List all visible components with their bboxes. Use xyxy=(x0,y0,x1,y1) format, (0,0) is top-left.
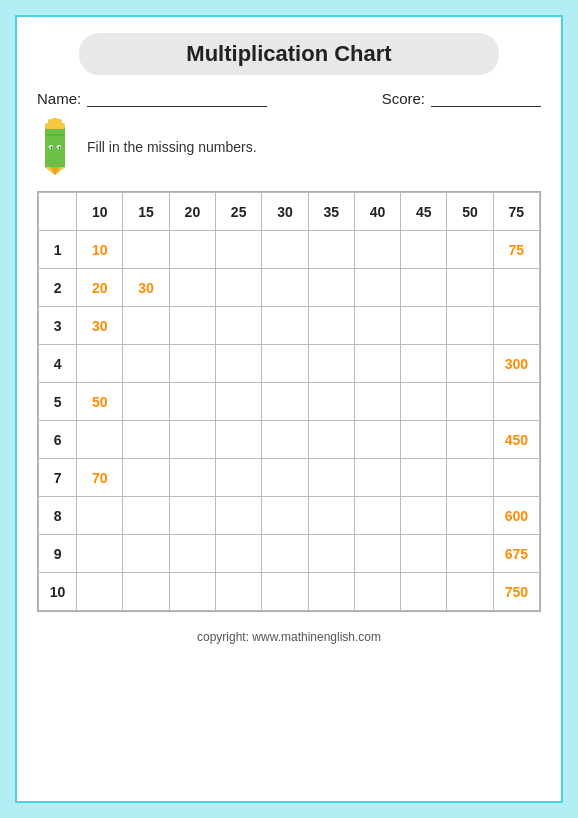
table-cell[interactable] xyxy=(447,573,493,611)
table-cell[interactable] xyxy=(447,535,493,573)
table-cell[interactable] xyxy=(447,345,493,383)
table-cell[interactable] xyxy=(308,231,354,269)
table-cell[interactable] xyxy=(262,269,308,307)
table-cell[interactable] xyxy=(77,345,123,383)
table-cell[interactable] xyxy=(262,421,308,459)
svg-point-10 xyxy=(51,118,59,122)
table-cell[interactable] xyxy=(123,231,169,269)
table-cell[interactable] xyxy=(123,459,169,497)
table-cell[interactable] xyxy=(401,345,447,383)
table-cell[interactable] xyxy=(169,573,215,611)
row-header-9: 9 xyxy=(39,535,77,573)
table-cell[interactable] xyxy=(308,383,354,421)
table-cell[interactable] xyxy=(308,573,354,611)
table-cell[interactable] xyxy=(262,383,308,421)
table-cell[interactable] xyxy=(354,459,400,497)
table-cell[interactable] xyxy=(77,497,123,535)
table-cell[interactable] xyxy=(354,535,400,573)
table-cell: 750 xyxy=(493,573,539,611)
table-cell[interactable] xyxy=(308,497,354,535)
table-cell[interactable] xyxy=(354,269,400,307)
table-cell[interactable] xyxy=(401,383,447,421)
table-cell[interactable] xyxy=(401,497,447,535)
score-field[interactable] xyxy=(431,89,541,107)
table-cell[interactable] xyxy=(123,497,169,535)
table-cell[interactable] xyxy=(493,269,539,307)
table-cell[interactable] xyxy=(262,459,308,497)
table-cell[interactable] xyxy=(354,421,400,459)
table-cell[interactable] xyxy=(401,231,447,269)
name-score-row: Name: Score: xyxy=(37,89,541,107)
pencil-icon xyxy=(37,117,73,177)
table-cell[interactable] xyxy=(354,231,400,269)
table-cell[interactable] xyxy=(447,383,493,421)
table-cell[interactable] xyxy=(447,269,493,307)
table-cell[interactable] xyxy=(262,573,308,611)
table-cell[interactable] xyxy=(262,231,308,269)
table-cell[interactable] xyxy=(354,383,400,421)
table-cell[interactable] xyxy=(216,573,262,611)
table-cell[interactable] xyxy=(169,421,215,459)
table-cell[interactable] xyxy=(308,535,354,573)
table-cell[interactable] xyxy=(401,459,447,497)
table-cell[interactable] xyxy=(447,421,493,459)
table-cell[interactable] xyxy=(216,345,262,383)
table-cell[interactable] xyxy=(401,307,447,345)
table-cell[interactable] xyxy=(308,345,354,383)
table-cell[interactable] xyxy=(493,383,539,421)
table-cell[interactable] xyxy=(123,383,169,421)
table-cell[interactable] xyxy=(354,497,400,535)
table-cell[interactable] xyxy=(123,421,169,459)
table-cell[interactable] xyxy=(77,421,123,459)
table-cell[interactable] xyxy=(354,345,400,383)
table-cell[interactable] xyxy=(216,231,262,269)
table-cell[interactable] xyxy=(493,307,539,345)
col-header-20: 20 xyxy=(169,193,215,231)
table-cell[interactable] xyxy=(216,421,262,459)
table-cell[interactable] xyxy=(216,307,262,345)
table-cell[interactable] xyxy=(216,459,262,497)
table-cell[interactable] xyxy=(401,269,447,307)
table-cell[interactable] xyxy=(308,269,354,307)
table-cell[interactable] xyxy=(447,497,493,535)
table-cell[interactable] xyxy=(216,269,262,307)
table-cell[interactable] xyxy=(354,307,400,345)
table-cell[interactable] xyxy=(262,307,308,345)
table-cell[interactable] xyxy=(123,535,169,573)
table-cell[interactable] xyxy=(308,459,354,497)
table-cell[interactable] xyxy=(493,459,539,497)
table-cell[interactable] xyxy=(169,459,215,497)
table-cell[interactable] xyxy=(169,383,215,421)
table-cell[interactable] xyxy=(123,573,169,611)
table-cell[interactable] xyxy=(169,535,215,573)
name-field[interactable] xyxy=(87,89,267,107)
table-cell[interactable] xyxy=(169,497,215,535)
table-cell[interactable] xyxy=(77,573,123,611)
page: Multiplication Chart Name: Score: xyxy=(15,15,563,803)
table-cell[interactable] xyxy=(308,421,354,459)
table-cell[interactable] xyxy=(354,573,400,611)
table-cell[interactable] xyxy=(169,269,215,307)
table-cell[interactable] xyxy=(447,307,493,345)
table-cell[interactable] xyxy=(401,573,447,611)
table-cell[interactable] xyxy=(401,421,447,459)
table-cell[interactable] xyxy=(262,535,308,573)
table-cell[interactable] xyxy=(123,345,169,383)
table-cell[interactable] xyxy=(308,307,354,345)
table-cell[interactable] xyxy=(401,535,447,573)
table-cell[interactable] xyxy=(123,307,169,345)
table-cell[interactable] xyxy=(262,345,308,383)
table-cell[interactable] xyxy=(447,231,493,269)
table-cell[interactable] xyxy=(169,231,215,269)
table-cell[interactable] xyxy=(216,383,262,421)
table-cell[interactable] xyxy=(447,459,493,497)
table-cell[interactable] xyxy=(216,535,262,573)
multiplication-table: 10 15 20 25 30 35 40 45 50 75 1107522030… xyxy=(38,192,540,611)
table-cell[interactable] xyxy=(169,345,215,383)
table-cell[interactable] xyxy=(262,497,308,535)
table-cell[interactable] xyxy=(169,307,215,345)
score-label: Score: xyxy=(382,90,425,107)
row-header-10: 10 xyxy=(39,573,77,611)
table-cell[interactable] xyxy=(77,535,123,573)
table-cell[interactable] xyxy=(216,497,262,535)
